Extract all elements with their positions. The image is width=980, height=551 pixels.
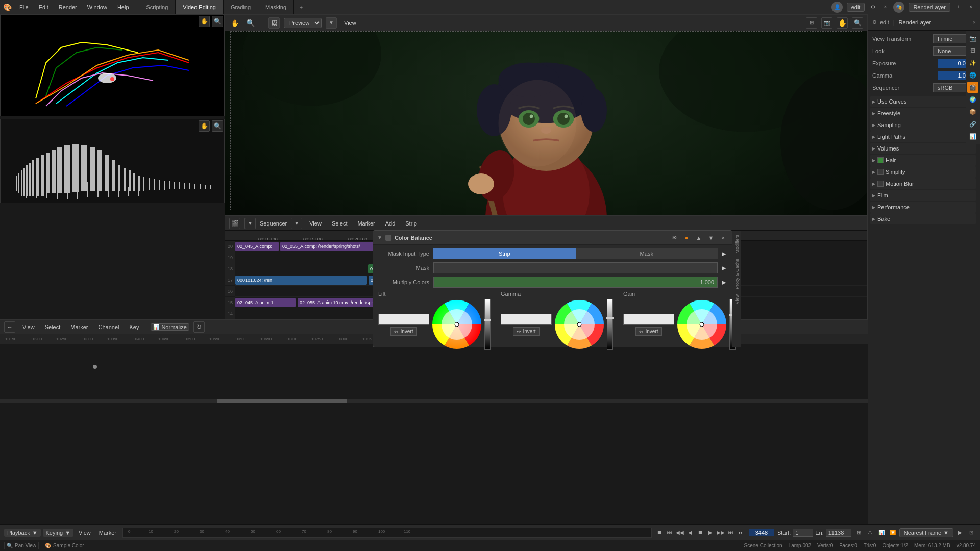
hair-checkbox[interactable]: [877, 157, 884, 163]
play-prev-keyframe-btn[interactable]: ⏮: [665, 528, 674, 537]
tab-grading[interactable]: Grading: [224, 0, 258, 14]
strip-02-045-aanim[interactable]: 02_045_A.anim.1: [235, 298, 296, 307]
panel-close-btn[interactable]: ×: [973, 19, 976, 26]
tab-scripting[interactable]: Scripting: [139, 0, 176, 14]
bottom-scrollbar-handle[interactable]: [217, 399, 347, 403]
playback-icon-btn4[interactable]: 🔽: [888, 528, 897, 537]
cb-strip-btn[interactable]: Strip: [433, 248, 576, 259]
playback-icon-btn6[interactable]: ⊡: [967, 528, 976, 537]
play-stop-center-btn[interactable]: ⏹: [696, 528, 705, 537]
start-frame-input[interactable]: 1: [793, 529, 813, 537]
render-layer-label[interactable]: RenderLayer: [909, 3, 950, 12]
seq-dropdown-btn[interactable]: ▼: [244, 218, 256, 229]
cb-mask-btn[interactable]: Mask: [576, 248, 718, 259]
menu-window[interactable]: Window: [82, 0, 112, 14]
cb-gain-wheel[interactable]: [676, 299, 727, 350]
cb-lift-brightness[interactable]: [484, 299, 491, 350]
side-icon-data[interactable]: 📊: [967, 131, 978, 142]
side-icon-particles[interactable]: ✨: [967, 57, 978, 68]
simplify-checkbox[interactable]: [877, 169, 884, 175]
bottom-mode-icon[interactable]: ↔: [4, 321, 15, 333]
cb-expand-icon[interactable]: ▼: [377, 235, 382, 240]
cb-gamma-wheel[interactable]: [554, 299, 605, 350]
cb-down-btn[interactable]: ▼: [706, 233, 716, 242]
play-next-frame-btn[interactable]: ⏭: [726, 528, 736, 537]
playback-icon-btn1[interactable]: ⊞: [854, 528, 864, 537]
waveform-zoom-btn[interactable]: 🔍: [212, 120, 223, 132]
play-btn[interactable]: ▶: [706, 528, 715, 537]
preview-view-menu[interactable]: View: [341, 16, 359, 30]
section-motion-blur[interactable]: ▶ Motion Blur: [870, 178, 976, 189]
viewport-zoom-btn[interactable]: 🔍: [212, 16, 223, 27]
section-performance[interactable]: ▶ Performance: [870, 202, 976, 213]
render-add-icon[interactable]: +: [954, 3, 963, 11]
bottom-key-menu[interactable]: Key: [126, 320, 142, 334]
seq-icon-btn[interactable]: 🎬: [229, 218, 240, 229]
seq-view-menu[interactable]: View: [306, 216, 325, 231]
play-next-keyframe-btn[interactable]: ⏭: [737, 528, 746, 537]
section-volumes[interactable]: ▶ Volumes: [870, 143, 976, 154]
seq-strip-menu[interactable]: Strip: [402, 216, 420, 231]
motion-blur-checkbox[interactable]: [877, 181, 884, 187]
current-frame-number[interactable]: 3448: [749, 529, 774, 536]
side-icon-world[interactable]: 🌍: [967, 94, 978, 105]
side-icon-constraint[interactable]: 🔗: [967, 118, 978, 130]
section-simplify[interactable]: ▶ Simplify: [870, 166, 976, 178]
play-stop-btn[interactable]: ⏹: [655, 528, 664, 537]
cb-mask-expand[interactable]: ▶: [722, 251, 727, 257]
cb-lift-invert-btn[interactable]: ⇔ Invert: [390, 327, 416, 336]
play-prev-frame-btn[interactable]: ◀◀: [675, 528, 684, 537]
preview-mode-icon[interactable]: 🖼: [268, 17, 280, 29]
settings-icon[interactable]: ⚙: [869, 3, 877, 11]
cb-tab-view[interactable]: View: [733, 292, 741, 306]
menu-file[interactable]: File: [14, 0, 34, 14]
section-freestyle[interactable]: ▶ Freestyle: [870, 108, 976, 119]
cb-gain-invert-btn[interactable]: ⇔ Invert: [635, 327, 662, 336]
preview-mode-select[interactable]: Preview Render: [284, 18, 322, 28]
waveform-move-btn[interactable]: ✋: [199, 120, 210, 132]
playback-menu[interactable]: Playback ▼: [4, 529, 41, 537]
seq-marker-menu[interactable]: Marker: [354, 216, 378, 231]
end-frame-input[interactable]: 11138: [826, 529, 851, 537]
playback-icon-btn5[interactable]: ▶: [955, 528, 965, 537]
bottom-view-menu[interactable]: View: [19, 320, 38, 334]
cb-tab-proxy[interactable]: Proxy & Cache: [733, 257, 741, 291]
preview-grid-btn[interactable]: ⊞: [806, 17, 817, 29]
cb-gamma-invert-btn[interactable]: ⇔ Invert: [513, 327, 539, 336]
bottom-timeline-scrubber[interactable]: 0 10 20 30 40 50 60 70 80 90 100 110: [122, 528, 652, 538]
normalize-btn[interactable]: 📊 Normalize: [151, 323, 189, 331]
preview-display-icon[interactable]: ▼: [326, 17, 337, 29]
section-sampling[interactable]: ▶ Sampling ≡: [870, 119, 976, 131]
bottom-scrollbar[interactable]: [0, 399, 868, 403]
user-label[interactable]: edit: [847, 3, 865, 12]
side-icon-camera[interactable]: 📷: [967, 33, 978, 44]
bottom-refresh-btn[interactable]: ↻: [193, 321, 205, 333]
menu-render[interactable]: Render: [54, 0, 82, 14]
keying-menu[interactable]: Keying ▼: [43, 529, 74, 537]
bottom-channel-menu[interactable]: Channel: [95, 320, 122, 334]
preview-move-btn[interactable]: ✋: [229, 17, 240, 29]
nearest-frame-select[interactable]: Nearest Frame ▼: [899, 528, 953, 537]
side-icon-render[interactable]: 🖼: [967, 45, 978, 56]
strip-02-055-acomp[interactable]: 02_055_A.comp: /render/spring/shots/: [280, 242, 387, 251]
close-icon-top[interactable]: ×: [881, 3, 889, 11]
cb-dot-btn[interactable]: ●: [682, 233, 691, 242]
render-close-icon[interactable]: ×: [967, 3, 975, 11]
lift-brightness-handle[interactable]: [484, 319, 491, 321]
preview-zoom-btn[interactable]: 🔍: [244, 17, 256, 29]
bottom-select-menu[interactable]: Select: [42, 320, 64, 334]
strip-000101-024-ren[interactable]: 000101.024: /ren: [235, 276, 367, 285]
cb-multiply-expand[interactable]: ▶: [722, 279, 727, 286]
cb-multiply-input[interactable]: 1.000: [433, 277, 718, 288]
playback-icon-btn3[interactable]: 📊: [877, 528, 886, 537]
cb-gamma-brightness[interactable]: [607, 299, 613, 350]
gamma-brightness-handle[interactable]: [606, 317, 614, 319]
seq-select-menu[interactable]: Select: [329, 216, 351, 231]
section-film[interactable]: ▶ Film: [870, 190, 976, 201]
side-icon-render-props[interactable]: 🎬: [967, 82, 978, 93]
cb-close-btn[interactable]: ×: [719, 233, 728, 242]
side-icon-scene[interactable]: 🌐: [967, 69, 978, 81]
pan-view-btn[interactable]: 🔍 Pan View: [4, 542, 39, 549]
add-workspace-tab[interactable]: +: [294, 0, 308, 14]
playback-marker-menu[interactable]: Marker: [96, 529, 119, 537]
